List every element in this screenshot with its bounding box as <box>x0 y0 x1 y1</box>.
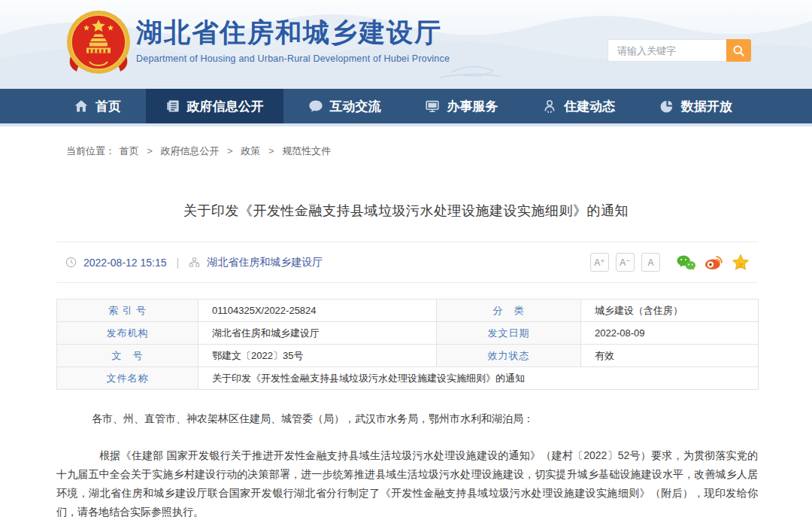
search-input[interactable] <box>607 39 726 62</box>
body-paragraph: 根据《住建部 国家开发银行关于推进开发性金融支持县域生活垃圾污水处理设施建设的通… <box>56 446 758 520</box>
font-size-increase-button[interactable]: A⁺ <box>590 253 609 272</box>
monitor-icon <box>425 99 440 114</box>
breadcrumb-separator: > <box>227 145 233 157</box>
doc-label-validity: 效力状态 <box>437 345 581 367</box>
weibo-share-button[interactable] <box>703 252 723 272</box>
pie-chart-icon <box>659 99 674 114</box>
search-button[interactable] <box>726 39 751 62</box>
doc-label-issue-date: 发文日期 <box>437 322 581 345</box>
breadcrumb-link-gov-info[interactable]: 政府信息公开 <box>160 145 219 157</box>
breadcrumb-separator: > <box>147 145 153 157</box>
chat-bubble-icon <box>308 99 323 114</box>
font-size-decrease-button[interactable]: A⁻ <box>616 253 635 272</box>
nav-label: 互动交流 <box>330 98 381 115</box>
doc-label-doc-title: 文件名称 <box>57 367 198 390</box>
doc-label-issuing-agency: 发布机构 <box>57 322 198 345</box>
article-meta-bar: 2022-08-12 15:15 | 湖北省住房和城乡建设厅 A⁺ A⁻ A <box>56 242 758 283</box>
salutation-line: 各市、州、直管市、神农架林区住建局、城管委（局），武汉市水务局，鄂州市水利和湖泊… <box>56 409 758 428</box>
publish-time: 2022-08-12 15:15 <box>83 257 167 269</box>
breadcrumb-link-home[interactable]: 首页 <box>120 145 139 157</box>
clock-icon <box>65 257 77 268</box>
nav-item-home[interactable]: 首页 <box>54 89 141 123</box>
doc-value-doc-title: 关于印发《开发性金融支持县域垃圾污水处理设施建设实施细则》的通知 <box>198 367 759 390</box>
page-title: 关于印发《开发性金融支持县域垃圾污水处理设施建设实施细则》的通知 <box>30 202 782 220</box>
wechat-share-button[interactable] <box>676 252 696 272</box>
table-row: 发布机构 湖北省住房和城乡建设厅 发文日期 2022-08-09 <box>57 322 759 345</box>
doc-value-issuing-agency: 湖北省住房和城乡建设厅 <box>198 322 437 345</box>
breadcrumb-prefix: 当前位置： <box>66 145 115 157</box>
search-icon <box>732 44 745 57</box>
breadcrumb-link-normative-docs[interactable]: 规范性文件 <box>282 145 331 157</box>
home-icon <box>74 99 89 114</box>
breadcrumb-link-policy[interactable]: 政策 <box>241 145 260 157</box>
breadcrumb-separator: > <box>268 145 274 157</box>
nav-label: 办事服务 <box>447 98 498 115</box>
nav-label: 住建动态 <box>564 98 615 115</box>
table-row: 文件名称 关于印发《开发性金融支持县域垃圾污水处理设施建设实施细则》的通知 <box>57 367 759 390</box>
site-title: 湖北省住房和城乡建设厅 <box>136 18 450 48</box>
doc-value-validity: 有效 <box>581 345 759 367</box>
organization-icon <box>189 257 200 268</box>
nav-label: 政府信息公开 <box>187 98 264 115</box>
site-subtitle: Department of Housing and Urban-Rural De… <box>136 53 450 64</box>
article-body: 各市、州、直管市、神农架林区住建局、城管委（局），武汉市水务局，鄂州市水利和湖泊… <box>56 409 758 520</box>
nav-item-data[interactable]: 数据开放 <box>640 89 752 123</box>
favorite-share-button[interactable] <box>730 252 750 272</box>
breadcrumb: 当前位置： 首页 > 政府信息公开 > 政策 > 规范性文件 <box>66 144 812 158</box>
nav-item-news[interactable]: 住建动态 <box>523 89 635 123</box>
main-nav: 首页 政府信息公开 互动交流 办事服务 住建动态 <box>0 89 812 126</box>
qzone-star-icon <box>731 253 750 272</box>
article-source: 湖北省住房和城乡建设厅 <box>207 256 323 269</box>
nav-label: 首页 <box>95 98 121 115</box>
document-icon <box>165 99 180 114</box>
table-row: 文 号 鄂建文〔2022〕35号 效力状态 有效 <box>57 345 759 367</box>
national-emblem-logo <box>64 9 133 81</box>
doc-label-category: 分 类 <box>437 300 581 322</box>
doc-value-issue-date: 2022-08-09 <box>581 322 759 345</box>
weibo-icon <box>703 252 723 272</box>
person-badge-icon <box>542 99 557 114</box>
nav-item-gov-info[interactable]: 政府信息公开 <box>146 89 283 123</box>
search-box <box>607 39 751 62</box>
font-size-reset-button[interactable]: A <box>641 253 660 272</box>
document-info-table: 索 引 号 01104325X/2022-25824 分 类 城乡建设（含住房）… <box>56 299 759 390</box>
doc-label-doc-number: 文 号 <box>57 345 198 367</box>
doc-value-index-number: 01104325X/2022-25824 <box>198 300 437 322</box>
table-row: 索 引 号 01104325X/2022-25824 分 类 城乡建设（含住房） <box>57 300 759 322</box>
nav-item-interaction[interactable]: 互动交流 <box>289 89 401 123</box>
nav-label: 数据开放 <box>681 98 732 115</box>
site-header: 湖北省住房和城乡建设厅 Department of Housing and Ur… <box>0 0 812 89</box>
doc-value-category: 城乡建设（含住房） <box>581 300 759 322</box>
nav-item-services[interactable]: 办事服务 <box>405 89 517 123</box>
wechat-icon <box>676 254 696 272</box>
doc-label-index-number: 索 引 号 <box>57 300 198 322</box>
meta-divider: | <box>177 257 180 269</box>
doc-value-doc-number: 鄂建文〔2022〕35号 <box>198 345 437 367</box>
